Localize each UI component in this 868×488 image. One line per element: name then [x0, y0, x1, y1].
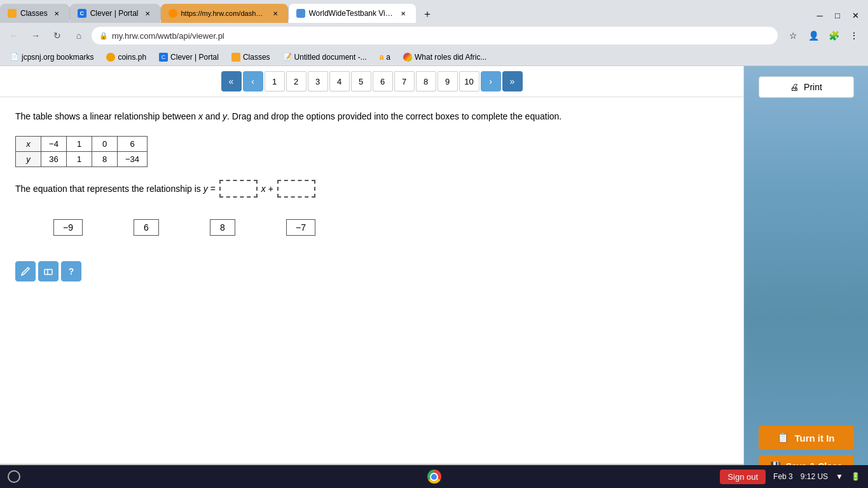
sign-out-label: Sign out: [727, 472, 758, 482]
question-btn-9[interactable]: 9: [437, 71, 458, 92]
amazon-icon: a: [380, 53, 384, 62]
data-table: x −4 1 0 6 y 36 1 8 −34: [15, 136, 148, 167]
bookmark-clever[interactable]: C Clever | Portal: [154, 51, 224, 63]
tab-clever-label: Clever | Portal: [90, 9, 139, 18]
left-column: « ‹ 1 2 3 4 5 6 7 8 9 10 › »: [0, 66, 744, 488]
question-btn-7[interactable]: 7: [394, 71, 415, 92]
chrome-logo[interactable]: [427, 470, 441, 484]
nav-next-button[interactable]: ›: [481, 71, 501, 92]
turn-in-icon: 📋: [777, 432, 789, 444]
equation-drop-box-1[interactable]: [219, 180, 258, 198]
bookmark-google-label: What roles did Afric...: [415, 53, 486, 62]
equation-line: The equation that represents the relatio…: [15, 180, 728, 198]
sign-out-button[interactable]: Sign out: [720, 470, 766, 484]
print-label: Print: [804, 82, 822, 92]
question-area: The table shows a linear relationship be…: [0, 97, 743, 464]
settings-button[interactable]: ⋮: [845, 27, 863, 44]
browser-actions: ☆ 👤 🧩 ⋮: [784, 27, 863, 44]
y-label-cell: y: [16, 152, 41, 167]
tab-clever-close[interactable]: ✕: [142, 8, 153, 18]
hrw-favicon: [169, 9, 177, 18]
tab-wwtb-label: WorldWideTestbank Viewer: [309, 9, 394, 18]
question-text: The table shows a linear relationship be…: [15, 110, 728, 123]
eraser-tool-button[interactable]: [38, 261, 59, 281]
back-button[interactable]: ←: [5, 27, 23, 44]
tab-hrw-close[interactable]: ✕: [270, 8, 280, 18]
x-val-4: 6: [118, 137, 148, 152]
right-sidebar: 🖨 Print 📋 Turn it In 💾 Save & Close: [744, 66, 868, 488]
bookmark-coins-label: coins.ph: [118, 53, 146, 62]
classes-bm-icon: [231, 53, 240, 62]
battery-icon: 🔋: [851, 472, 860, 481]
question-btn-2[interactable]: 2: [286, 71, 307, 92]
bookmark-coins[interactable]: coins.ph: [101, 51, 151, 63]
extensions-button[interactable]: 🧩: [825, 27, 843, 44]
drag-option-neg9[interactable]: −9: [53, 219, 83, 236]
tab-classes-label: Classes: [20, 9, 48, 18]
start-circle[interactable]: [8, 470, 20, 483]
drag-option-8[interactable]: 8: [210, 219, 235, 236]
content-row: « ‹ 1 2 3 4 5 6 7 8 9 10 › »: [0, 66, 868, 488]
reload-button[interactable]: ↻: [48, 27, 66, 44]
turn-in-label: Turn it In: [794, 433, 834, 444]
question-nav-toolbar: « ‹ 1 2 3 4 5 6 7 8 9 10 › »: [0, 66, 743, 97]
forward-button[interactable]: →: [27, 27, 45, 44]
drag-option-neg7[interactable]: −7: [286, 219, 315, 236]
question-btn-8[interactable]: 8: [416, 71, 436, 92]
tab-wwtb-close[interactable]: ✕: [398, 8, 408, 18]
tab-classes-close[interactable]: ✕: [52, 8, 62, 18]
nav-first-button[interactable]: «: [221, 71, 242, 92]
turn-in-button[interactable]: 📋 Turn it In: [759, 426, 854, 450]
minimize-button[interactable]: ─: [812, 8, 827, 23]
x-label-cell: x: [16, 137, 41, 152]
close-button[interactable]: ✕: [848, 8, 863, 23]
tab-classes[interactable]: Classes ✕: [0, 4, 69, 23]
print-button[interactable]: 🖨 Print: [759, 76, 854, 98]
clever-bm-icon: C: [159, 53, 168, 62]
tab-hrw[interactable]: https://my.hrw.com/dashboard/ ✕: [161, 4, 288, 23]
bookmark-amazon[interactable]: a a: [375, 51, 396, 63]
pencil-tool-button[interactable]: [15, 261, 36, 281]
equation-x-label: x +: [261, 184, 273, 194]
star-button[interactable]: ☆: [784, 27, 802, 44]
tool-buttons: ?: [15, 261, 728, 292]
profile-button[interactable]: 👤: [804, 27, 822, 44]
question-btn-6[interactable]: 6: [373, 71, 393, 92]
y-val-3: 8: [92, 152, 118, 167]
home-button[interactable]: ⌂: [70, 27, 88, 44]
nav-prev-button[interactable]: ‹: [243, 71, 263, 92]
url-bar[interactable]: 🔒 my.hrw.com/wwtb/api/viewer.pl: [92, 27, 778, 44]
bookmark-classes[interactable]: Classes: [226, 51, 275, 63]
new-tab-button[interactable]: ＋: [418, 5, 436, 23]
svg-rect-0: [45, 269, 52, 274]
taskbar-right: Sign out Feb 3 9:12 US ▼ 🔋: [720, 470, 860, 484]
tab-clever[interactable]: C Clever | Portal ✕: [70, 4, 160, 23]
bookmark-clever-label: Clever | Portal: [170, 53, 219, 62]
bookmark-google[interactable]: What roles did Afric...: [398, 51, 492, 63]
question-btn-10[interactable]: 10: [459, 71, 479, 92]
y-val-4: −34: [118, 152, 148, 167]
bookmark-icon: 📄: [10, 53, 19, 61]
bookmark-untitled[interactable]: 📝 Untitled document -...: [278, 51, 372, 63]
wwtb-favicon: [296, 9, 305, 18]
x-val-2: 1: [67, 137, 92, 152]
question-btn-1[interactable]: 1: [265, 71, 285, 92]
maximize-button[interactable]: □: [830, 8, 845, 23]
question-btn-4[interactable]: 4: [329, 71, 350, 92]
x-val-1: −4: [41, 137, 67, 152]
bookmark-jcpsnj[interactable]: 📄 jcpsnj.org bookmarks: [5, 51, 99, 63]
google-bm-icon: [403, 53, 412, 62]
question-btn-3[interactable]: 3: [308, 71, 328, 92]
main-viewport: « ‹ 1 2 3 4 5 6 7 8 9 10 › »: [0, 66, 868, 488]
wifi-icon: ▼: [836, 472, 843, 481]
untitled-icon: 📝: [283, 53, 292, 61]
bookmark-untitled-label: Untitled document -...: [294, 53, 367, 62]
tab-wwtb[interactable]: WorldWideTestbank Viewer ✕: [289, 4, 416, 23]
drag-option-6[interactable]: 6: [134, 219, 159, 236]
question-btn-5[interactable]: 5: [351, 71, 371, 92]
nav-last-button[interactable]: »: [502, 71, 523, 92]
help-tool-button[interactable]: ?: [61, 261, 81, 281]
printer-icon: 🖨: [790, 82, 799, 92]
equation-prefix: The equation that represents the relatio…: [15, 184, 216, 194]
equation-drop-box-2[interactable]: [277, 180, 315, 198]
